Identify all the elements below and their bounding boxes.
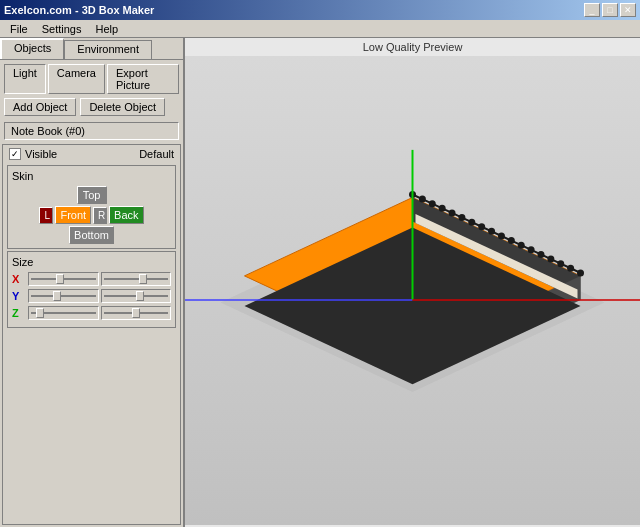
tab-objects[interactable]: Objects [0,38,64,59]
face-right-button[interactable]: R [93,207,107,224]
face-middle-row: L Front R Back [39,206,143,224]
z-slider2[interactable] [101,306,172,320]
title-bar-buttons: _ □ ✕ [584,3,636,17]
face-back-button[interactable]: Back [109,206,143,224]
y-slider2[interactable] [101,289,172,303]
x-slider[interactable] [28,272,99,286]
size-label: Size [12,256,171,268]
x-slider-container [28,272,171,286]
sub-tab-export[interactable]: Export Picture [107,64,179,94]
visible-row: ✓ Visible Default [3,145,180,163]
left-panel: Objects Environment Light Camera Export … [0,38,185,527]
face-top-button[interactable]: Top [77,186,107,204]
z-slider[interactable] [28,306,99,320]
y-label: Y [12,290,24,302]
preview-canvas[interactable] [185,56,640,525]
tab-environment[interactable]: Environment [64,40,152,59]
z-slider-container [28,306,171,320]
y-slider[interactable] [28,289,99,303]
face-bottom-button[interactable]: Bottom [69,226,114,244]
maximize-button[interactable]: □ [602,3,618,17]
menu-file[interactable]: File [4,22,34,36]
sub-tab-camera[interactable]: Camera [48,64,105,94]
close-button[interactable]: ✕ [620,3,636,17]
visible-checkbox-label[interactable]: ✓ Visible [9,148,57,160]
face-top-row: Top [77,186,107,204]
add-object-button[interactable]: Add Object [4,98,76,116]
face-left-button[interactable]: L [39,207,53,224]
size-y-row: Y [12,289,171,303]
z-label: Z [12,307,24,319]
face-bottom-row: Bottom [69,226,114,244]
sub-tab-row: Light Camera Export Picture [0,60,183,94]
object-tab-label[interactable]: Note Book (#0) [4,122,179,140]
title-bar: ExeIcon.com - 3D Box Maker _ □ ✕ [0,0,640,20]
sub-tab-light[interactable]: Light [4,64,46,94]
menu-settings[interactable]: Settings [36,22,88,36]
size-z-row: Z [12,306,171,320]
properties-area: ✓ Visible Default Skin Top [2,144,181,525]
main-tab-row: Objects Environment [0,38,183,60]
menu-help[interactable]: Help [89,22,124,36]
object-buttons-row: Add Object Delete Object [0,94,183,120]
size-section: Size X [7,251,176,328]
y-slider-container [28,289,171,303]
visible-label: Visible [25,148,57,160]
minimize-button[interactable]: _ [584,3,600,17]
menu-bar: File Settings Help [0,20,640,38]
default-label: Default [139,148,174,160]
skin-section: Skin Top L Front R Back [7,165,176,249]
face-front-button[interactable]: Front [55,206,91,224]
x-slider2[interactable] [101,272,172,286]
skin-label: Skin [12,170,171,182]
x-label: X [12,273,24,285]
properties-scroll[interactable]: ✓ Visible Default Skin Top [3,145,180,524]
right-panel: Low Quality Preview [185,38,640,527]
canvas-area [185,56,640,525]
preview-label: Low Quality Preview [185,38,640,56]
visible-checkbox[interactable]: ✓ [9,148,21,160]
size-x-row: X [12,272,171,286]
face-grid: Top L Front R Back Bottom [12,186,171,244]
window-title: ExeIcon.com - 3D Box Maker [4,4,154,16]
main-layout: Objects Environment Light Camera Export … [0,38,640,527]
delete-object-button[interactable]: Delete Object [80,98,165,116]
